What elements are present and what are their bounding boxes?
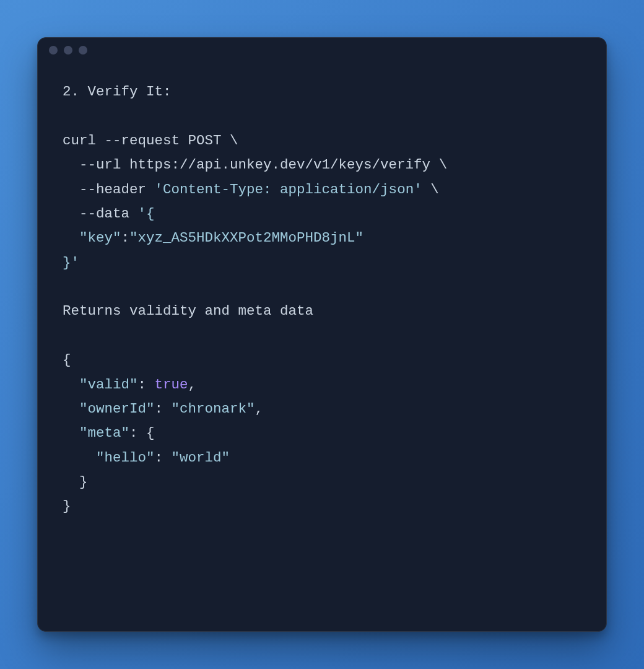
curl-flag-request: --request	[105, 133, 180, 149]
brace-close-inner: }	[79, 474, 88, 490]
step-heading: 2. Verify It:	[63, 84, 172, 100]
json-value-hello: "world"	[172, 450, 230, 466]
line-continuation: \	[439, 157, 448, 173]
curl-data-open: '{	[138, 206, 155, 222]
curl-command: curl	[63, 133, 96, 149]
json-key-ownerid: "ownerId"	[79, 401, 155, 417]
code-block: 2. Verify It: curl --request POST \ --ur…	[38, 63, 606, 544]
curl-url: https://api.unkey.dev/v1/keys/verify	[129, 157, 430, 173]
response-caption: Returns validity and meta data	[63, 303, 313, 319]
curl-data-key-value: "xyz_AS5HDkXXPot2MMoPHD8jnL"	[129, 230, 363, 246]
curl-flag-header: --header	[79, 181, 146, 198]
json-value-ownerid: "chronark"	[172, 401, 255, 417]
json-key-hello: "hello"	[96, 450, 155, 466]
curl-data-close: }'	[63, 255, 79, 271]
traffic-light-close-icon[interactable]	[49, 46, 58, 55]
code-window: 2. Verify It: curl --request POST \ --ur…	[37, 37, 607, 632]
curl-flag-data: --data	[79, 206, 129, 222]
json-value-valid: true	[155, 377, 188, 393]
brace-open: {	[63, 352, 71, 368]
json-key-valid: "valid"	[79, 377, 138, 393]
curl-method: POST	[188, 133, 222, 149]
line-continuation: \	[230, 133, 238, 149]
traffic-light-minimize-icon[interactable]	[64, 46, 72, 55]
colon: :	[121, 230, 130, 246]
brace-close: }	[63, 498, 71, 514]
json-key-meta: "meta"	[79, 425, 129, 441]
curl-header-value: 'Content-Type: application/json'	[155, 181, 422, 198]
curl-data-key-label: "key"	[79, 230, 121, 246]
traffic-light-zoom-icon[interactable]	[79, 46, 87, 55]
curl-flag-url: --url	[79, 157, 121, 173]
line-continuation: \	[430, 181, 439, 198]
window-titlebar	[38, 38, 606, 63]
